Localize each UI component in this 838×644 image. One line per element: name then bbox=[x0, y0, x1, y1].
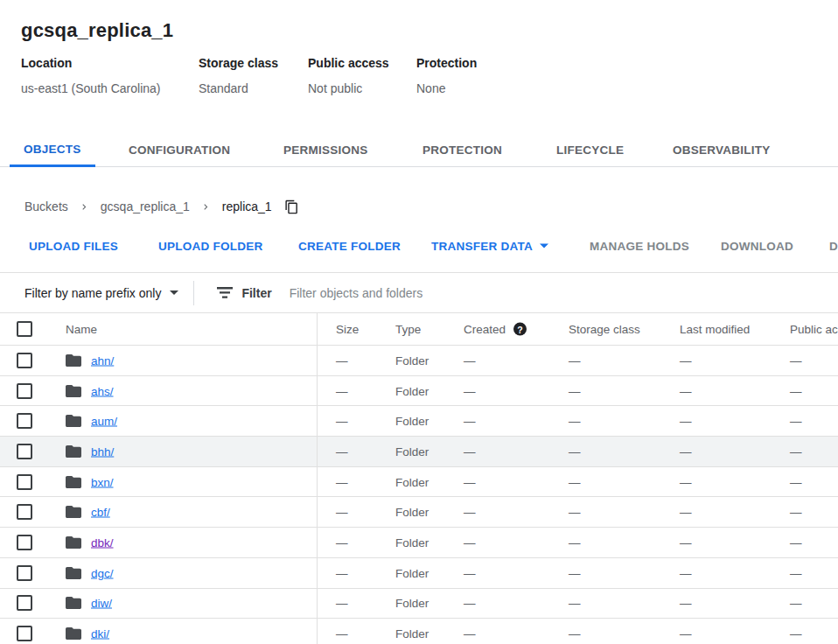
meta-label: Public access bbox=[308, 56, 416, 70]
cell-created: — bbox=[464, 597, 476, 610]
cell-type: Folder bbox=[395, 627, 429, 640]
select-all-checkbox[interactable] bbox=[17, 321, 32, 337]
object-name-link[interactable]: dki/ bbox=[91, 627, 109, 640]
object-name-link[interactable]: ahs/ bbox=[91, 384, 114, 397]
column-header-type: Type bbox=[395, 323, 421, 336]
object-name-link[interactable]: bxn/ bbox=[91, 475, 114, 488]
cell-size: — bbox=[336, 597, 348, 610]
folder-icon bbox=[66, 536, 81, 549]
cell-storage-class: — bbox=[569, 354, 581, 367]
row-checkbox[interactable] bbox=[17, 413, 32, 429]
page-title: gcsqa_replica_1 bbox=[21, 19, 173, 42]
tab-protection[interactable]: PROTECTION bbox=[409, 133, 516, 167]
row-checkbox[interactable] bbox=[17, 383, 32, 399]
cell-size: — bbox=[336, 384, 348, 397]
object-name-link[interactable]: bhh/ bbox=[91, 444, 114, 458]
delete-button[interactable]: DELETE bbox=[819, 233, 838, 260]
column-header-public-access: Public access bbox=[790, 323, 838, 336]
cell-public-access: — bbox=[790, 475, 802, 488]
meta-label: Protection bbox=[416, 56, 477, 70]
funnel-icon bbox=[217, 287, 233, 298]
cell-type: Folder bbox=[395, 415, 429, 428]
upload-folder-button[interactable]: UPLOAD FOLDER bbox=[148, 233, 274, 260]
tab-bar: OBJECTS CONFIGURATION PERMISSIONS PROTEC… bbox=[0, 133, 838, 167]
filter-bar: Filter by name prefix only Filter bbox=[0, 272, 838, 313]
tab-objects[interactable]: OBJECTS bbox=[10, 133, 95, 167]
button-label: CREATE FOLDER bbox=[298, 240, 401, 253]
meta-label: Location bbox=[21, 56, 199, 70]
cell-last-modified: — bbox=[680, 627, 692, 640]
column-header-name: Name bbox=[66, 323, 97, 336]
folder-icon bbox=[66, 415, 81, 427]
tab-permissions[interactable]: PERMISSIONS bbox=[269, 133, 382, 167]
cell-created: — bbox=[464, 536, 476, 549]
object-name-link[interactable]: cbf/ bbox=[91, 506, 110, 519]
cell-storage-class: — bbox=[569, 536, 581, 549]
cell-public-access: — bbox=[790, 536, 802, 549]
tab-configuration[interactable]: CONFIGURATION bbox=[115, 133, 244, 167]
folder-icon bbox=[66, 476, 81, 488]
table-row: dbk/ — Folder — — — — bbox=[0, 528, 838, 558]
bucket-details-page: gcsqa_replica_1 Location us-east1 (South… bbox=[0, 0, 838, 644]
object-table-body: ahn/ — Folder — — — — ahs/ — Folder — — … bbox=[0, 346, 838, 644]
table-header-row: Name Size Type Created ? Storage class L… bbox=[0, 313, 838, 346]
object-name-link[interactable]: aum/ bbox=[91, 415, 117, 428]
cell-last-modified: — bbox=[680, 475, 692, 488]
cell-size: — bbox=[336, 354, 348, 367]
breadcrumb-item-buckets[interactable]: Buckets bbox=[24, 200, 68, 214]
dropdown-caret-icon bbox=[540, 244, 548, 248]
pinned-column-divider bbox=[317, 313, 318, 644]
manage-holds-button[interactable]: MANAGE HOLDS bbox=[579, 233, 700, 260]
cell-public-access: — bbox=[790, 506, 802, 519]
copy-icon[interactable] bbox=[284, 200, 299, 214]
row-checkbox[interactable] bbox=[17, 535, 32, 550]
cell-type: Folder bbox=[395, 566, 429, 579]
cell-created: — bbox=[464, 444, 476, 458]
cell-type: Folder bbox=[395, 506, 429, 519]
folder-icon bbox=[66, 354, 81, 367]
cell-size: — bbox=[336, 506, 348, 519]
row-checkbox[interactable] bbox=[17, 626, 32, 641]
help-icon[interactable]: ? bbox=[513, 323, 527, 336]
button-label: DOWNLOAD bbox=[721, 240, 793, 253]
column-header-last-modified: Last modified bbox=[680, 323, 750, 336]
meta-value: Not public bbox=[308, 81, 416, 95]
cell-size: — bbox=[336, 627, 348, 640]
tab-lifecycle[interactable]: LIFECYCLE bbox=[542, 133, 638, 167]
row-checkbox[interactable] bbox=[17, 595, 32, 611]
object-name-link[interactable]: diw/ bbox=[91, 597, 112, 610]
filter-label: Filter bbox=[241, 286, 271, 300]
filter-mode-label: Filter by name prefix only bbox=[24, 286, 161, 300]
cell-created: — bbox=[464, 384, 476, 397]
filter-mode-select[interactable]: Filter by name prefix only bbox=[24, 286, 178, 300]
cell-public-access: — bbox=[790, 384, 802, 397]
table-row: dgc/ — Folder — — — — bbox=[0, 558, 838, 589]
table-row: bhh/ — Folder — — — — bbox=[0, 437, 838, 467]
upload-files-button[interactable]: UPLOAD FILES bbox=[18, 233, 129, 260]
row-checkbox[interactable] bbox=[17, 444, 32, 459]
chevron-right-icon bbox=[200, 201, 212, 213]
cell-type: Folder bbox=[395, 597, 429, 610]
transfer-data-button[interactable]: TRANSFER DATA bbox=[421, 233, 559, 260]
row-checkbox[interactable] bbox=[17, 504, 32, 520]
filter-input[interactable] bbox=[290, 286, 838, 300]
cell-type: Folder bbox=[395, 444, 429, 458]
object-name-link[interactable]: ahn/ bbox=[91, 354, 114, 367]
breadcrumb: Buckets gcsqa_replica_1 replica_1 bbox=[24, 188, 299, 225]
tab-observability[interactable]: OBSERVABILITY bbox=[659, 133, 785, 167]
row-checkbox[interactable] bbox=[17, 565, 32, 581]
cell-storage-class: — bbox=[569, 475, 581, 488]
object-name-link[interactable]: dgc/ bbox=[91, 566, 114, 579]
bucket-meta-row: Location us-east1 (South Carolina) Stora… bbox=[21, 56, 477, 95]
row-checkbox[interactable] bbox=[17, 353, 32, 368]
row-checkbox[interactable] bbox=[17, 474, 32, 490]
vertical-divider bbox=[193, 281, 194, 305]
cell-public-access: — bbox=[790, 566, 802, 579]
create-folder-button[interactable]: CREATE FOLDER bbox=[288, 233, 411, 260]
cell-public-access: — bbox=[790, 597, 802, 610]
object-name-link[interactable]: dbk/ bbox=[91, 536, 114, 549]
button-label: MANAGE HOLDS bbox=[590, 240, 689, 253]
breadcrumb-item-bucket[interactable]: gcsqa_replica_1 bbox=[101, 200, 190, 214]
table-row: ahn/ — Folder — — — — bbox=[0, 346, 838, 376]
download-button[interactable]: DOWNLOAD bbox=[710, 233, 804, 260]
